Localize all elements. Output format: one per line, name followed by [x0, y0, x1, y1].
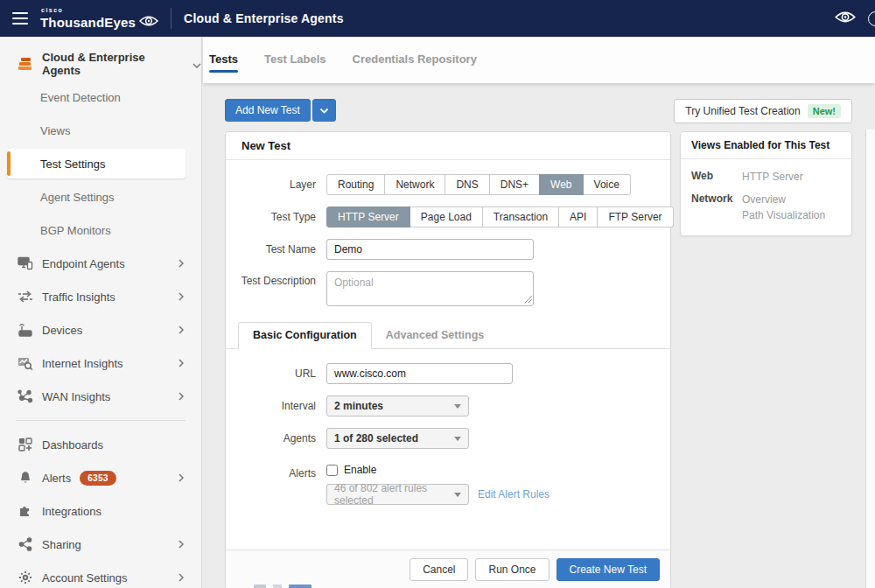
sidebar-item-account-settings[interactable]: Account Settings	[0, 561, 201, 588]
sidebar-section-cloud-enterprise-agents[interactable]: Cloud & Enterprise Agents	[0, 47, 201, 80]
layer-option-dns-plus[interactable]: DNS+	[489, 174, 540, 195]
tab-test-labels[interactable]: Test Labels	[264, 47, 326, 73]
hamburger-menu-icon[interactable]	[0, 12, 40, 24]
layer-label: Layer	[226, 178, 326, 191]
sidebar-item-event-detection[interactable]: Event Detection	[0, 80, 201, 114]
sidebar-item-devices[interactable]: Devices	[0, 313, 201, 346]
chevron-right-icon	[178, 357, 184, 370]
views-category: Web	[691, 170, 742, 185]
chevron-right-icon	[178, 472, 184, 485]
thousandeyes-wordmark: ThousandEyes	[40, 16, 136, 29]
url-input[interactable]	[326, 363, 513, 384]
tests-tabbar: Tests Test Labels Credentials Repository	[203, 37, 875, 83]
edit-alert-rules-link[interactable]: Edit Alert Rules	[478, 488, 550, 500]
test-description-textarea[interactable]	[326, 271, 534, 306]
create-new-test-button[interactable]: Create New Test	[556, 558, 660, 581]
gear-icon	[18, 570, 33, 585]
sidebar-item-label: Endpoint Agents	[42, 257, 125, 270]
internet-insights-icon	[18, 355, 33, 371]
views-list: Overview Path Visualization	[742, 192, 825, 223]
layer-option-voice[interactable]: Voice	[583, 174, 631, 195]
alerts-count-badge: 6353	[80, 471, 116, 486]
sidebar-item-integrations[interactable]: Integrations	[0, 494, 201, 528]
page-title: Cloud & Enterprise Agents	[184, 11, 344, 25]
tab-credentials-repository[interactable]: Credentials Repository	[353, 47, 477, 73]
url-label: URL	[226, 368, 326, 380]
sidebar-item-test-settings[interactable]: Test Settings	[0, 147, 201, 180]
sidebar-item-alerts[interactable]: Alerts 6353	[0, 461, 201, 494]
sidebar-item-traffic-insights[interactable]: Traffic Insights	[0, 280, 201, 313]
new-test-card: New Test Layer Routing Network DNS DNS+ …	[225, 131, 671, 588]
scrollbar-gutter[interactable]	[865, 130, 875, 588]
sidebar-item-label: Internet Insights	[42, 357, 123, 370]
interval-select[interactable]: 2 minutes	[326, 396, 469, 416]
sidebar: Cloud & Enterprise Agents Event Detectio…	[0, 37, 202, 588]
test-name-input[interactable]	[326, 239, 534, 260]
cutoff-content	[254, 584, 312, 588]
caret-down-icon	[454, 493, 461, 497]
test-description-label: Test Description	[226, 271, 326, 287]
content-area: Add New Test Try Unified Test Creation N…	[203, 83, 875, 588]
interval-label: Interval	[226, 400, 326, 412]
traffic-insights-icon	[18, 289, 33, 304]
form-footer: Cancel Run Once Create New Test	[226, 550, 670, 588]
run-once-button[interactable]: Run Once	[475, 558, 549, 581]
tab-advanced-settings[interactable]: Advanced Settings	[372, 323, 499, 348]
sidebar-item-endpoint-agents[interactable]: Endpoint Agents	[0, 247, 201, 280]
test-type-option-api[interactable]: API	[558, 206, 598, 228]
sidebar-item-wan-insights[interactable]: WAN Insights	[0, 380, 201, 413]
thousandeyes-eye-icon	[139, 15, 158, 30]
alerts-enable-row: Enable	[326, 464, 550, 476]
sidebar-item-sharing[interactable]: Sharing	[0, 528, 201, 561]
sidebar-item-label: WAN Insights	[42, 390, 110, 403]
test-type-option-ftp-server[interactable]: FTP Server	[597, 206, 673, 228]
try-unified-label: Try Unified Test Creation	[685, 105, 800, 117]
views-enabled-title: Views Enabled for This Test	[681, 132, 851, 159]
sidebar-item-bgp-monitors[interactable]: BGP Monitors	[0, 214, 201, 247]
layer-option-network[interactable]: Network	[384, 174, 445, 195]
alerts-label: Alerts	[226, 464, 326, 480]
new-test-card-title: New Test	[226, 132, 670, 160]
alerts-enable-checkbox[interactable]	[326, 465, 338, 476]
sidebar-item-label: Integrations	[42, 505, 102, 518]
eye-view-icon[interactable]	[835, 10, 856, 27]
add-new-test-button[interactable]: Add New Test	[225, 99, 311, 122]
chevron-right-icon	[178, 538, 184, 551]
views-row-network: Network Overview Path Visualization	[691, 192, 841, 223]
sidebar-item-agent-settings[interactable]: Agent Settings	[0, 180, 201, 214]
config-tabs: Basic Configuration Advanced Settings	[226, 322, 670, 349]
alert-rules-select[interactable]: 46 of 802 alert rules selected	[326, 484, 469, 505]
sidebar-item-dashboards[interactable]: Dashboards	[0, 428, 201, 461]
test-type-segmented-control: HTTP Server Page Load Transaction API FT…	[326, 206, 674, 228]
agents-label: Agents	[226, 432, 326, 444]
sidebar-item-label: Account Settings	[42, 571, 128, 584]
views-row-web: Web HTTP Server	[691, 170, 841, 185]
sidebar-item-label: Alerts	[42, 472, 71, 485]
add-new-test-dropdown-button[interactable]	[312, 99, 336, 122]
sidebar-item-internet-insights[interactable]: Internet Insights	[0, 346, 201, 380]
test-type-option-page-load[interactable]: Page Load	[410, 206, 483, 228]
tab-basic-configuration[interactable]: Basic Configuration	[238, 322, 372, 349]
sidebar-item-label: Test Settings	[40, 158, 105, 171]
layer-option-dns[interactable]: DNS	[444, 174, 489, 195]
test-type-option-transaction[interactable]: Transaction	[482, 206, 559, 228]
agents-value: 1 of 280 selected	[334, 432, 418, 444]
layer-option-routing[interactable]: Routing	[326, 174, 385, 195]
sidebar-item-label: Devices	[42, 324, 82, 337]
tab-tests[interactable]: Tests	[209, 47, 238, 73]
layer-segmented-control: Routing Network DNS DNS+ Web Voice	[326, 174, 631, 195]
dashboards-icon	[18, 437, 33, 452]
sidebar-divider	[16, 420, 186, 421]
layer-option-web[interactable]: Web	[539, 174, 583, 195]
brand-logo[interactable]: cisco ThousandEyes	[40, 7, 158, 30]
cancel-button[interactable]: Cancel	[410, 558, 468, 581]
alerts-bell-icon	[18, 470, 33, 486]
integrations-puzzle-icon	[18, 503, 33, 519]
app-header: cisco ThousandEyes Cloud & Enterprise Ag…	[0, 0, 875, 37]
agents-select[interactable]: 1 of 280 selected	[326, 428, 469, 449]
sidebar-item-views[interactable]: Views	[0, 114, 201, 147]
sharing-icon	[18, 536, 33, 552]
test-type-option-http-server[interactable]: HTTP Server	[326, 206, 410, 228]
wan-insights-icon	[18, 388, 33, 404]
try-unified-test-creation-button[interactable]: Try Unified Test Creation New!	[674, 99, 852, 123]
